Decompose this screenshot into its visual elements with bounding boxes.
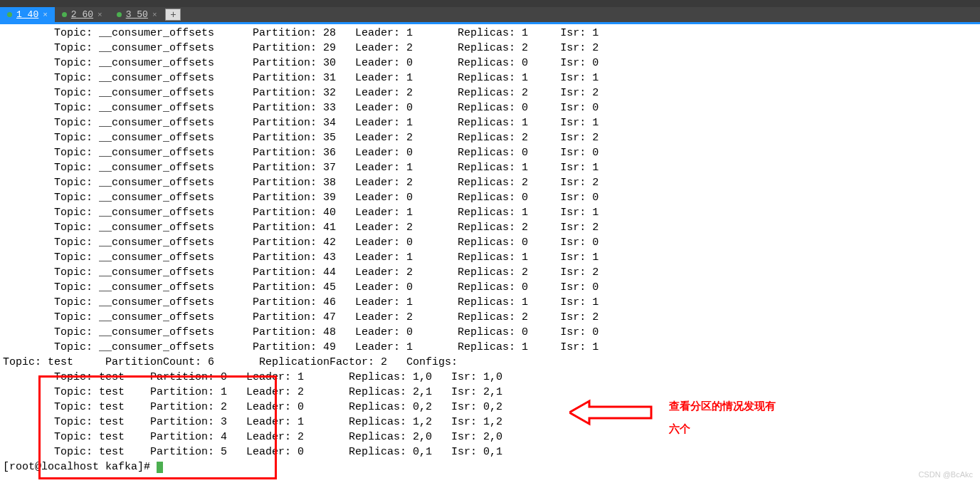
- tab-label: 2 60: [71, 9, 93, 20]
- topic-row: Topic: test Partition: 0 Leader: 1 Repli…: [3, 370, 977, 385]
- window-title-bar: [0, 0, 980, 7]
- terminal-output[interactable]: Topic: __consumer_offsets Partition: 28 …: [0, 24, 980, 476]
- topic-row: Topic: __consumer_offsets Partition: 30 …: [3, 56, 977, 71]
- annotation-line-1: 查看分区的情况发现有: [669, 395, 776, 417]
- topic-row: Topic: __consumer_offsets Partition: 48 …: [3, 325, 977, 340]
- topic-row: Topic: test Partition: 5 Leader: 0 Repli…: [3, 445, 977, 459]
- topic-row: Topic: __consumer_offsets Partition: 39 …: [3, 190, 977, 205]
- topic-row: Topic: __consumer_offsets Partition: 46 …: [3, 295, 977, 310]
- topic-row: Topic: __consumer_offsets Partition: 49 …: [3, 340, 977, 355]
- topic-row: Topic: __consumer_offsets Partition: 37 …: [3, 160, 977, 175]
- topic-row: Topic: __consumer_offsets Partition: 28 …: [3, 26, 977, 41]
- tab-2-60[interactable]: 2 60×: [55, 7, 110, 22]
- status-dot-icon: [117, 12, 122, 17]
- tab-bar: 1 40×2 60×3 50× +: [0, 7, 980, 24]
- tab-label: 1 40: [16, 9, 38, 20]
- topic-row: Topic: __consumer_offsets Partition: 36 …: [3, 145, 977, 160]
- tab-3-50[interactable]: 3 50×: [110, 7, 164, 22]
- topic-row: Topic: test Partition: 2 Leader: 0 Repli…: [3, 400, 977, 415]
- topic-row: Topic: __consumer_offsets Partition: 43 …: [3, 250, 977, 265]
- annotation-text: 查看分区的情况发现有 六个: [669, 395, 776, 440]
- annotation-line-2: 六个: [669, 417, 776, 440]
- topic-row: Topic: __consumer_offsets Partition: 31 …: [3, 71, 977, 85]
- topic-row: Topic: test Partition: 1 Leader: 2 Repli…: [3, 385, 977, 400]
- prompt-line[interactable]: [root@localhost kafka]#: [3, 459, 977, 474]
- topic-row: Topic: __consumer_offsets Partition: 45 …: [3, 280, 977, 295]
- topic-row: Topic: __consumer_offsets Partition: 35 …: [3, 130, 977, 145]
- topic-row: Topic: test Partition: 4 Leader: 2 Repli…: [3, 430, 977, 445]
- watermark: CSDN @BcAkc: [918, 470, 973, 479]
- status-dot-icon: [7, 12, 12, 17]
- close-icon[interactable]: ×: [43, 11, 48, 19]
- close-icon[interactable]: ×: [152, 11, 157, 19]
- topic-row: Topic: __consumer_offsets Partition: 34 …: [3, 115, 977, 130]
- cursor-icon: [157, 462, 163, 473]
- topic-row: Topic: test Partition: 3 Leader: 1 Repli…: [3, 415, 977, 430]
- topic-row: Topic: __consumer_offsets Partition: 32 …: [3, 85, 977, 100]
- topic-header-row: Topic: test PartitionCount: 6 Replicatio…: [3, 355, 977, 370]
- topic-row: Topic: __consumer_offsets Partition: 29 …: [3, 41, 977, 56]
- topic-row: Topic: __consumer_offsets Partition: 33 …: [3, 100, 977, 115]
- prompt-text: [root@localhost kafka]#: [3, 461, 157, 473]
- topic-row: Topic: __consumer_offsets Partition: 40 …: [3, 205, 977, 220]
- tab-1-40[interactable]: 1 40×: [0, 7, 55, 22]
- topic-row: Topic: __consumer_offsets Partition: 44 …: [3, 265, 977, 280]
- topic-row: Topic: __consumer_offsets Partition: 47 …: [3, 310, 977, 325]
- close-icon[interactable]: ×: [98, 11, 102, 19]
- status-dot-icon: [62, 12, 67, 17]
- tab-label: 3 50: [126, 9, 148, 20]
- new-tab-button[interactable]: +: [165, 9, 181, 21]
- topic-row: Topic: __consumer_offsets Partition: 41 …: [3, 220, 977, 235]
- topic-row: Topic: __consumer_offsets Partition: 42 …: [3, 235, 977, 250]
- topic-row: Topic: __consumer_offsets Partition: 38 …: [3, 175, 977, 190]
